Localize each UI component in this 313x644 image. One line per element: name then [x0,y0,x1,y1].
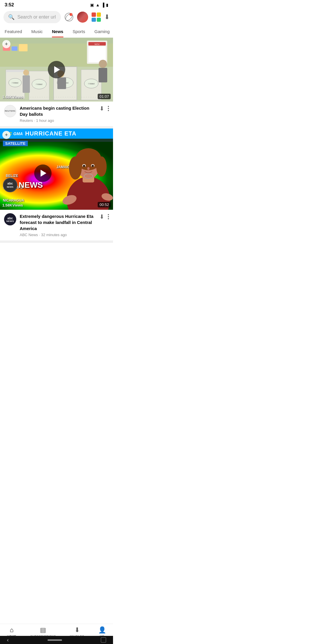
hurricane-header: abc GMA HURRICANE ETA [0,129,113,139]
content-area: NOV I Voted I Voted I Voted [0,38,113,272]
svg-text:I Voted: I Voted [88,83,94,85]
map-label-belize: BELIZE [6,174,18,178]
svg-text:I Voted: I Voted [12,82,18,84]
info-row-1: REUTERS Americans begin casting Election… [0,102,113,129]
search-row: 🔍 Search or enter url [3,11,110,23]
video-title-2: Extremely dangerous Hurricane Eta foreca… [20,213,96,231]
video-actions-1: ⬇ [99,105,109,112]
play-button-1[interactable] [48,61,65,78]
svg-rect-9 [19,44,28,51]
svg-point-31 [23,70,29,75]
user-avatar[interactable] [77,12,88,23]
home-icon: ⌂ [10,626,14,634]
abc-circle-logo: abcNEWS [3,178,17,192]
add-to-list-button-2[interactable]: + [2,131,10,139]
views-count-1: 1.58KViews [2,95,23,99]
video-thumbnail-2[interactable]: abc GMA HURRICANE ETA SATELLITE BELIZE H… [0,129,113,210]
svg-point-39 [69,156,82,180]
add-to-list-button-1[interactable]: + [2,40,10,48]
svg-point-45 [87,167,90,170]
svg-rect-8 [12,46,17,51]
svg-rect-15 [6,70,24,72]
views-count-2: 1.58KViews [2,203,23,207]
header-icons: ⬇ [64,12,110,23]
video-title-1: Americans begin casting Election Day bal… [20,105,96,117]
signal-icon: ▐ [101,3,104,7]
cast-icon: ▣ [90,3,94,7]
more-options-icon-2[interactable] [108,214,109,219]
orbit-icon[interactable] [64,12,74,22]
tab-sports[interactable]: Sports [68,26,90,37]
download-video-icon-1[interactable]: ⬇ [99,105,104,112]
system-nav-bar: ‹ [0,636,113,644]
video-actions-2: ⬇ [99,213,109,220]
video-card-2: abc GMA HURRICANE ETA SATELLITE BELIZE H… [0,129,113,210]
download-icon[interactable]: ⬇ [104,13,110,21]
info-row-2: abc NEWS Extremely dangerous Hurricane E… [0,210,113,243]
battery-icon: ▮ [106,3,108,7]
svg-point-43 [83,165,85,167]
home-pill[interactable] [48,639,62,641]
tab-news[interactable]: News [47,26,68,37]
svg-rect-30 [99,68,107,82]
search-bar-container: 🔍 Search or enter url [0,9,113,26]
wifi-icon: ▲ [96,3,100,7]
abc-news-avatar: abc NEWS [4,213,16,225]
svg-point-29 [99,60,107,68]
video-meta-1: Reuters · 1 hour ago [20,118,96,123]
abc-news-logo: abcNEWS NEWS [3,178,43,192]
subscriptions-icon: ▤ [40,626,46,634]
svg-text:I Voted: I Voted [36,83,42,85]
video-thumbnail-1[interactable]: NOV I Voted I Voted I Voted [0,38,113,102]
back-button[interactable]: ‹ [7,637,9,643]
duration-1: 01:07 [98,94,111,99]
tabs-bar: Featured Music News Sports Gaming Apps [0,26,113,38]
tab-featured[interactable]: Featured [0,26,27,37]
video-card-1: NOV I Voted I Voted I Voted [0,38,113,102]
search-placeholder: Search or enter url [17,15,56,20]
svg-rect-32 [23,75,30,93]
me-icon: 👤 [98,626,106,634]
duration-2: 00:52 [98,202,111,207]
download-video-icon-2[interactable]: ⬇ [99,213,104,220]
svg-text:NOV: NOV [94,43,100,46]
search-bar[interactable]: 🔍 Search or enter url [3,11,61,23]
map-label-nicaragua: NICARAGUA [3,198,24,202]
status-icons: ▣ ▲ ▐ ▮ [90,3,108,7]
search-icon: 🔍 [8,14,14,20]
recents-button[interactable] [101,637,106,643]
svg-point-40 [96,156,107,177]
my-files-icon: ⬇ [74,626,80,634]
satellite-label: SATELLITE [3,141,28,146]
svg-point-3 [71,13,72,15]
tab-music[interactable]: Music [27,26,47,37]
tab-gaming[interactable]: Gaming [90,26,113,37]
abc-news-text: NEWS [19,180,43,190]
reuters-avatar: REUTERS [4,105,16,117]
anchor-overlay [61,142,113,210]
play-button-2[interactable] [34,164,52,182]
more-options-icon-1[interactable] [108,106,109,111]
status-bar: 3:52 ▣ ▲ ▐ ▮ [0,0,113,9]
svg-point-44 [92,165,94,167]
event-title: HURRICANE ETA [25,130,77,137]
video-info-1: Americans begin casting Election Day bal… [20,105,96,123]
video-info-2: Extremely dangerous Hurricane Eta foreca… [20,213,96,237]
square-logo-icon[interactable] [91,12,101,22]
svg-rect-25 [57,77,66,89]
status-time: 3:52 [5,2,14,8]
video-meta-2: ABC News · 32 minutes ago [20,233,96,237]
